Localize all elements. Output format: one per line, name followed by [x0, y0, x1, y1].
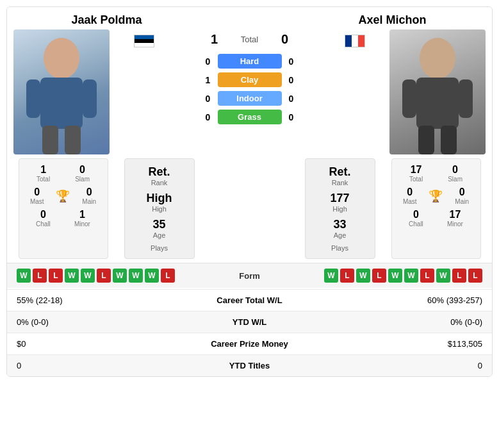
left-player-photo [13, 29, 110, 154]
svg-rect-4 [42, 126, 58, 154]
right-chall-value: 0 [413, 209, 419, 220]
form-badge: W [324, 269, 338, 283]
hard-button[interactable]: Hard [218, 54, 282, 69]
form-badge: W [113, 269, 127, 283]
right-age-label: Age [312, 231, 368, 239]
form-badge: L [33, 269, 47, 283]
stat-center-label: Career Total W/L [177, 290, 322, 311]
stat-right-value: $113,505 [322, 333, 492, 355]
form-badge: L [161, 269, 175, 283]
form-badge: L [372, 269, 386, 283]
grass-score-left: 0 [199, 112, 218, 122]
total-label: Total [224, 35, 275, 44]
svg-point-0 [44, 38, 79, 79]
hard-score-right: 0 [282, 56, 301, 67]
indoor-button[interactable]: Indoor [218, 91, 282, 106]
indoor-score-left: 0 [199, 94, 218, 104]
right-slam-label: Slam [448, 176, 462, 183]
form-badge: W [356, 269, 370, 283]
right-main-label: Main [455, 198, 469, 205]
form-badge: L [97, 269, 111, 283]
grass-row: 0 Grass 0 [179, 110, 320, 124]
stats-table: 55% (22-18) Career Total W/L 60% (393-25… [7, 289, 492, 376]
right-main-value: 0 [459, 187, 465, 198]
svg-rect-9 [459, 79, 473, 118]
form-center-label: Form [239, 271, 260, 281]
left-slam-value: 0 [79, 164, 85, 176]
form-badge: W [81, 269, 95, 283]
hard-score-left: 0 [199, 56, 218, 67]
stats-table-row: $0 Career Prize Money $113,505 [7, 333, 492, 355]
right-center-panel: Ret. Rank 177 High 33 Age Plays [305, 158, 375, 259]
total-score-left: 1 [205, 32, 224, 47]
form-badge: L [420, 269, 434, 283]
right-player-name: Axel Michon [359, 13, 427, 26]
form-badge: L [340, 269, 354, 283]
stat-left-value: 0 [7, 355, 177, 377]
left-total-label: Total [37, 176, 50, 183]
left-plays-label: Plays [131, 244, 188, 252]
left-high-value: High [131, 192, 188, 205]
stat-right-value: 0% (0-0) [322, 311, 492, 333]
stat-center-label: Career Prize Money [177, 333, 322, 355]
form-badge: W [17, 269, 31, 283]
grass-button[interactable]: Grass [218, 110, 282, 124]
left-rank-label: Rank [131, 179, 188, 187]
stats-table-row: 55% (22-18) Career Total W/L 60% (393-25… [7, 290, 492, 311]
svg-rect-8 [402, 79, 416, 118]
stat-right-value: 0 [322, 355, 492, 377]
form-badge: W [145, 269, 159, 283]
clay-row: 1 Clay 0 [179, 72, 320, 87]
form-badge: W [388, 269, 402, 283]
form-badge: W [404, 269, 418, 283]
svg-point-6 [420, 38, 455, 79]
clay-score-left: 1 [199, 75, 218, 85]
left-slam-label: Slam [75, 176, 90, 183]
right-high-label: High [312, 205, 368, 213]
trophy-icon-left: 🏆 [56, 189, 70, 203]
left-chall-value: 0 [40, 209, 46, 220]
right-plays-label: Plays [312, 244, 368, 252]
left-main-value: 0 [86, 187, 92, 198]
right-chall-label: Chall [409, 220, 423, 228]
form-row: WLLWWLWWWL Form WLWLWWLWLL [7, 263, 492, 288]
hard-row: 0 Hard 0 [179, 54, 320, 69]
right-rank-label: Rank [312, 179, 368, 187]
grass-score-right: 0 [282, 112, 301, 122]
left-main-label: Main [82, 198, 96, 205]
form-badge: L [452, 269, 466, 283]
left-mast-label: Mast [30, 198, 44, 205]
stats-table-row: 0% (0-0) YTD W/L 0% (0-0) [7, 311, 492, 333]
right-age-value: 33 [312, 218, 368, 231]
clay-score-right: 0 [282, 75, 301, 85]
clay-button[interactable]: Clay [218, 72, 282, 87]
left-high-label: High [131, 205, 188, 213]
svg-rect-10 [418, 126, 434, 154]
right-total-label: Total [409, 176, 423, 183]
right-player-photo [389, 29, 486, 154]
right-slam-value: 0 [452, 164, 458, 176]
stat-center-label: YTD W/L [177, 311, 322, 333]
right-high-value: 177 [312, 192, 368, 205]
stats-table-row: 0 YTD Titles 0 [7, 355, 492, 377]
form-badge: W [436, 269, 450, 283]
stat-right-value: 60% (393-257) [322, 290, 492, 311]
stat-left-value: $0 [7, 333, 177, 355]
svg-rect-11 [441, 126, 457, 154]
indoor-row: 0 Indoor 0 [179, 91, 320, 106]
left-form-badges: WLLWWLWWWL [17, 269, 175, 283]
stat-left-value: 0% (0-0) [7, 311, 177, 333]
form-badge: L [49, 269, 63, 283]
svg-rect-5 [65, 126, 81, 154]
form-badge: L [468, 269, 482, 283]
left-player-name: Jaak Poldma [71, 13, 142, 26]
form-badge: W [65, 269, 79, 283]
stat-center-label: YTD Titles [177, 355, 322, 377]
svg-rect-3 [83, 79, 97, 118]
right-total-value: 17 [411, 164, 422, 176]
left-rank-value: Ret. [131, 165, 188, 179]
indoor-score-right: 0 [282, 94, 301, 104]
left-total-value: 1 [40, 164, 46, 176]
right-minor-label: Minor [447, 220, 463, 228]
svg-rect-2 [26, 79, 40, 118]
